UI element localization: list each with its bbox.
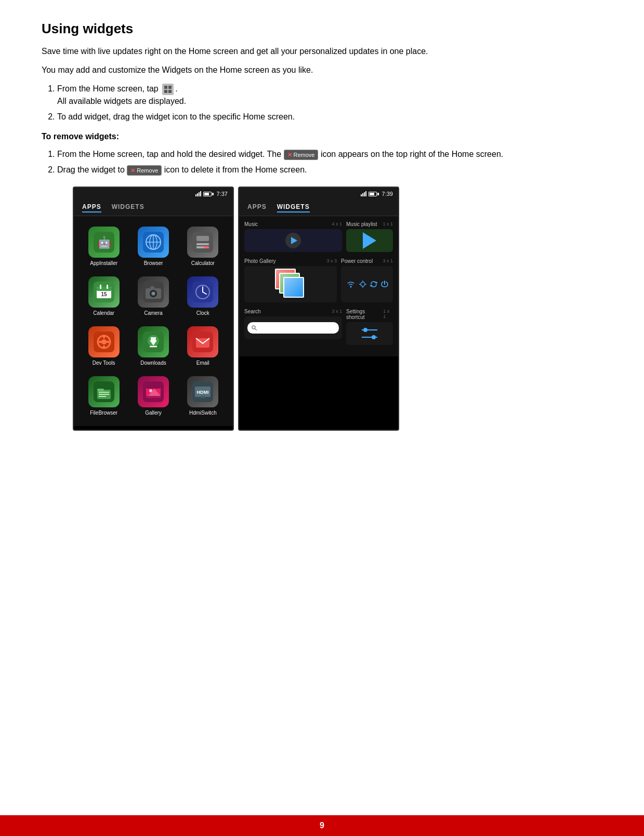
app-label-devtools: Dev Tools (93, 360, 115, 366)
app-item-hdmiswitch[interactable]: HDMI HdmiSwitch (178, 371, 228, 421)
screenshots-container: 7:37 APPS WIDGETS 🤖 AppInstaller (73, 187, 602, 431)
app-item-calculator[interactable]: Calculator (178, 221, 228, 271)
app-icon-email (187, 326, 218, 357)
wifi-toggle[interactable] (346, 280, 356, 288)
remove-section-label: To remove widgets: (42, 130, 602, 143)
app-icon-hdmiswitch: HDMI (187, 376, 218, 407)
svg-rect-48 (151, 337, 156, 341)
battery-icon-left (203, 192, 214, 196)
settings-sliders-icon (359, 326, 380, 341)
app-label-gallery: Gallery (145, 410, 162, 416)
page-number: 9 (320, 821, 324, 830)
app-item-gallery[interactable]: Gallery (128, 371, 178, 421)
app-icon-devtools (88, 326, 120, 357)
photo-gallery-label: Photo Gallery (244, 258, 276, 264)
add-step-2: To add widget, drag the widget icon to t… (57, 111, 602, 123)
downloads-svg (143, 331, 164, 352)
app-item-downloads[interactable]: Downloads (128, 321, 178, 371)
page-title: Using widgets (42, 21, 602, 37)
svg-point-76 (252, 326, 255, 329)
settings-shortcut-size: 1 x 1 (383, 309, 393, 320)
brightness-toggle[interactable] (359, 280, 367, 288)
app-label-calendar: Calendar (93, 310, 114, 316)
app-label-downloads: Downloads (140, 360, 166, 366)
app-label-hdmiswitch: HdmiSwitch (189, 410, 217, 416)
search-widget-label: Search (244, 309, 261, 314)
widget-row-2: Photo Gallery 3 x 3 (244, 258, 393, 302)
svg-rect-60 (146, 386, 161, 389)
svg-text:15: 15 (101, 291, 107, 297)
svg-rect-2 (168, 86, 172, 89)
email-svg (192, 331, 213, 352)
widget-row-3: Search 3 x 1 (244, 309, 393, 345)
app-item-camera[interactable]: Camera (128, 271, 178, 321)
svg-rect-12 (192, 232, 213, 253)
svg-rect-39 (99, 341, 101, 343)
power-icon (380, 280, 389, 288)
music-playlist-widget-size: 1 x 1 (383, 221, 393, 227)
app-item-email[interactable]: Email (178, 321, 228, 371)
app-label-filebrowser: FileBrowser (90, 410, 117, 416)
app-label-browser: Browser (144, 260, 163, 266)
svg-point-38 (101, 339, 107, 344)
tab-apps-right[interactable]: APPS (247, 203, 267, 213)
wifi-icon (346, 280, 356, 288)
calculator-svg (192, 232, 213, 253)
settings-shortcut-content (346, 322, 393, 345)
app-icon-clock (187, 276, 218, 308)
brightness-icon (359, 280, 367, 288)
svg-rect-0 (162, 84, 174, 95)
tab-widgets-left[interactable]: WIDGETS (112, 203, 144, 213)
svg-rect-24 (107, 285, 108, 289)
intro-para-2: You may add and customize the Widgets on… (42, 64, 602, 76)
app-icon-camera (138, 276, 169, 308)
grid-icon (162, 84, 174, 95)
svg-rect-1 (164, 86, 167, 89)
app-icon-filebrowser (88, 376, 120, 407)
browser-svg (143, 232, 164, 253)
remove-step-1: From the Home screen, tap and hold the d… (57, 148, 602, 161)
app-icon-gallery (138, 376, 169, 407)
search-widget: Search 3 x 1 (244, 309, 342, 339)
page-content: Using widgets Save time with live update… (0, 0, 644, 472)
tab-widgets-right[interactable]: WIDGETS (277, 203, 310, 213)
power-control-content (341, 266, 393, 302)
add-steps-list: From the Home screen, tap . All availabl… (57, 83, 602, 123)
calendar-svg: 15 (94, 282, 114, 302)
sync-toggle[interactable] (370, 280, 378, 288)
power-control-widget: Power control 3 x 1 (341, 258, 393, 302)
signal-icon (195, 191, 201, 196)
screenshot-widgets: 7:39 APPS WIDGETS Music 4 x 1 (238, 187, 399, 431)
svg-rect-41 (103, 336, 105, 338)
app-icon-downloads (138, 326, 169, 357)
appinstaller-svg: 🤖 (94, 232, 114, 253)
svg-point-79 (363, 328, 367, 332)
tab-bar-left: APPS WIDGETS (74, 200, 233, 216)
app-item-filebrowser[interactable]: FileBrowser (79, 371, 128, 421)
power-toggle[interactable] (380, 280, 389, 288)
svg-text:HDMI: HDMI (197, 390, 209, 395)
tab-apps-left[interactable]: APPS (82, 203, 101, 213)
app-icon-browser (138, 227, 169, 258)
search-bar[interactable] (247, 322, 339, 334)
music-play-button[interactable] (285, 233, 301, 248)
widget-row-1: Music 4 x 1 Music playlist (244, 221, 393, 252)
svg-point-30 (152, 292, 155, 295)
search-icon (252, 325, 257, 330)
app-icon-appinstaller: 🤖 (88, 227, 120, 258)
svg-point-81 (372, 335, 376, 339)
svg-point-69 (361, 282, 365, 286)
search-widget-content (244, 316, 342, 339)
app-item-appinstaller[interactable]: 🤖 AppInstaller (79, 221, 128, 271)
app-item-devtools[interactable]: Dev Tools (79, 321, 128, 371)
svg-rect-67 (201, 396, 205, 398)
status-bar-right: 7:39 (239, 188, 398, 200)
app-item-browser[interactable]: Browser (128, 221, 178, 271)
app-item-clock[interactable]: Clock (178, 271, 228, 321)
music-playlist-widget-label: Music playlist (346, 221, 377, 227)
app-label-calculator: Calculator (191, 260, 215, 266)
svg-rect-3 (164, 90, 167, 93)
app-item-calendar[interactable]: 15 Calendar (79, 271, 128, 321)
play-triangle (363, 232, 376, 249)
svg-text:🤖: 🤖 (97, 235, 111, 249)
